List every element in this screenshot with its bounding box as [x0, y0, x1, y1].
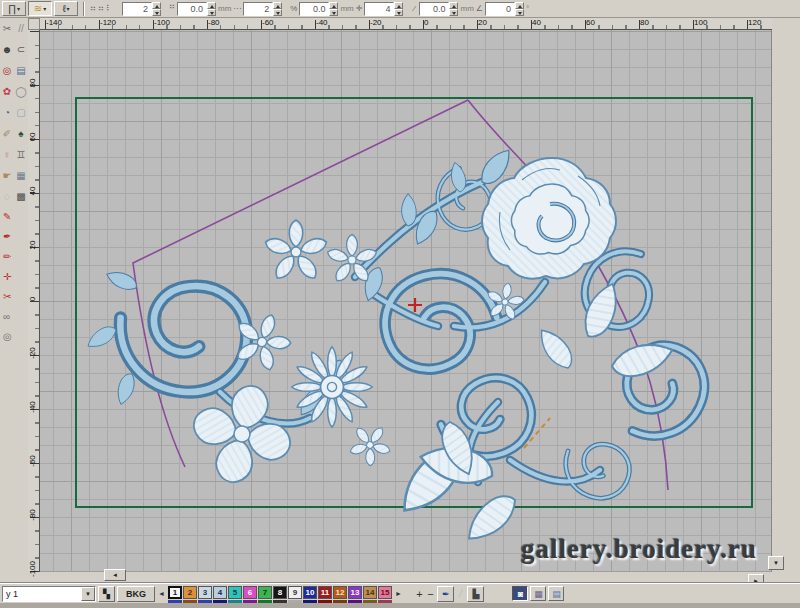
view-toggle-button[interactable]: ◙: [512, 586, 528, 601]
numeric-field[interactable]: 2: [122, 2, 161, 16]
toolbar-icon[interactable]: ⠶: [90, 4, 96, 13]
spin-up-icon[interactable]: [152, 2, 161, 9]
field-value[interactable]: 0.0: [177, 2, 207, 16]
field-value[interactable]: 0.0: [299, 2, 329, 16]
color-swatch[interactable]: 10: [303, 586, 317, 602]
toolbox-tool[interactable]: ♊: [14, 144, 28, 165]
disabled-tool-button: ⁄: [456, 587, 465, 601]
toolbar-icon[interactable]: ⠇: [106, 4, 112, 13]
view-toggle-button[interactable]: ▤: [548, 586, 564, 601]
window-edge: [0, 603, 800, 608]
toolbox-tool[interactable]: ☛: [0, 165, 14, 186]
stitch-type-buttons: ∏▾ ≋▾ ℓ▾: [2, 1, 78, 16]
toolbox-tool[interactable]: ♀: [0, 144, 14, 165]
color-swatch[interactable]: 11: [318, 586, 332, 602]
toolbox-tool[interactable]: ✎: [0, 207, 24, 227]
color-swatch[interactable]: 8: [273, 586, 287, 602]
peony-flower: [482, 158, 616, 279]
stitch-type-button[interactable]: ≋▾: [28, 1, 52, 16]
view-toggle-button[interactable]: ▦: [530, 586, 546, 601]
add-color-button[interactable]: +: [415, 587, 424, 601]
numeric-field[interactable]: 4: [364, 2, 403, 16]
color-swatch[interactable]: 5: [228, 586, 242, 602]
layer-select[interactable]: y 1 ▼: [2, 586, 96, 602]
color-swatch[interactable]: 4: [213, 586, 227, 602]
toolbox-tool[interactable]: ▦: [14, 165, 28, 186]
color-swatch[interactable]: 2: [183, 586, 197, 602]
remove-color-button[interactable]: −: [426, 587, 435, 601]
numeric-field[interactable]: 0.0: [299, 2, 338, 16]
field-value[interactable]: 0.0: [419, 2, 449, 16]
toolbox-tool[interactable]: ☻: [0, 39, 14, 60]
toolbox-tool[interactable]: ◯: [14, 81, 28, 102]
toolbox-tool[interactable]: ◌: [0, 186, 14, 207]
toolbox-tool[interactable]: ♠: [14, 123, 28, 144]
spin-up-icon[interactable]: [515, 2, 524, 9]
spin-up-icon[interactable]: [449, 2, 458, 9]
scroll-down-button[interactable]: ▼: [768, 556, 784, 570]
toolbox-tool[interactable]: ✛: [0, 267, 24, 287]
scroll-left-button[interactable]: ◄: [104, 569, 126, 581]
palette-next-button[interactable]: ►: [394, 587, 403, 601]
dye-thread-button[interactable]: ✒: [437, 586, 455, 602]
field-value[interactable]: 4: [364, 2, 394, 16]
spin-down-icon[interactable]: [515, 9, 524, 16]
stitch-type-button[interactable]: ∏▾: [2, 1, 26, 16]
toolbox-tool[interactable]: ✿: [0, 81, 14, 102]
design-canvas[interactable]: gallery.broidery.ru: [40, 30, 772, 572]
field-icon: ⠛: [169, 4, 175, 13]
color-swatch[interactable]: 13: [348, 586, 362, 602]
palette-prev-button[interactable]: ◄: [157, 587, 166, 601]
toolbox-tool[interactable]: ▩: [14, 186, 28, 207]
toolbar-icon[interactable]: ⠶: [98, 4, 104, 13]
toolbox-tool[interactable]: ✂: [0, 287, 24, 307]
chevron-down-icon[interactable]: ▼: [81, 587, 95, 601]
color-swatch[interactable]: 1: [168, 586, 182, 602]
spinner: [329, 2, 338, 16]
field-value[interactable]: 0: [485, 2, 515, 16]
spin-up-icon[interactable]: [207, 2, 216, 9]
toolbox-tool[interactable]: ⊂: [14, 39, 28, 60]
spin-down-icon[interactable]: [394, 9, 403, 16]
spin-down-icon[interactable]: [449, 9, 458, 16]
numeric-field[interactable]: 0.0: [177, 2, 216, 16]
color-swatch[interactable]: 9: [288, 586, 302, 602]
color-swatch[interactable]: 12: [333, 586, 347, 602]
ruler-label: -100: [154, 18, 170, 27]
spin-up-icon[interactable]: [273, 2, 282, 9]
toolbox-tool[interactable]: ◔: [0, 102, 14, 123]
background-button[interactable]: BKG: [117, 586, 155, 602]
spinner: [152, 2, 161, 16]
spin-down-icon[interactable]: [273, 9, 282, 16]
toolbox-tool[interactable]: //: [14, 18, 28, 39]
toolbox-tool[interactable]: ✐: [0, 123, 14, 144]
spin-down-icon[interactable]: [207, 9, 216, 16]
color-grid-button[interactable]: ▚: [98, 586, 115, 602]
color-swatch[interactable]: 3: [198, 586, 212, 602]
spin-down-icon[interactable]: [329, 9, 338, 16]
numeric-field[interactable]: 0: [485, 2, 524, 16]
numeric-field[interactable]: 2: [243, 2, 282, 16]
stitch-chart-button[interactable]: ▙: [467, 586, 484, 602]
color-swatch[interactable]: 6: [243, 586, 257, 602]
spin-up-icon[interactable]: [394, 2, 403, 9]
toolbox-tool[interactable]: ✒: [0, 227, 24, 247]
toolbox-tool[interactable]: ✂: [0, 18, 14, 39]
color-swatch[interactable]: 14: [363, 586, 377, 602]
color-swatch[interactable]: 7: [258, 586, 272, 602]
field-value[interactable]: 2: [243, 2, 273, 16]
toolbox-tool[interactable]: ◎: [0, 60, 14, 81]
spin-down-icon[interactable]: [152, 9, 161, 16]
layer-select-value: y 1: [6, 589, 18, 599]
toolbox-tool[interactable]: ▤: [14, 60, 28, 81]
numeric-field[interactable]: 0.0: [419, 2, 458, 16]
toolbox-tool[interactable]: ▢: [14, 102, 28, 123]
swatch-chip: 8: [273, 586, 287, 599]
stitch-type-button[interactable]: ℓ▾: [54, 1, 78, 16]
toolbox-tool[interactable]: ◎: [0, 327, 24, 347]
toolbox-tool[interactable]: ∞: [0, 307, 24, 327]
spin-up-icon[interactable]: [329, 2, 338, 9]
toolbox-tool[interactable]: ✏: [0, 247, 24, 267]
field-value[interactable]: 2: [122, 2, 152, 16]
color-swatch[interactable]: 15: [378, 586, 392, 602]
